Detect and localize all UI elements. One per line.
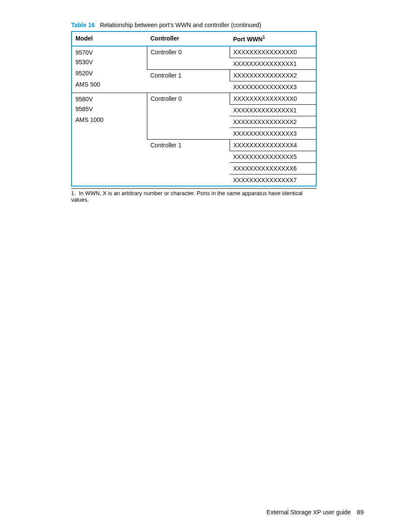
controller-cell: Controller 1 bbox=[147, 69, 230, 93]
col-port-wwn: Port WWN1 bbox=[230, 31, 316, 46]
wwn-cell: XXXXXXXXXXXXXXX3 bbox=[230, 81, 316, 93]
wwn-table: Model Controller Port WWN1 9570V9530V952… bbox=[71, 31, 317, 187]
footnote-num: 1. bbox=[71, 190, 79, 196]
wwn-cell: XXXXXXXXXXXXXXX6 bbox=[230, 162, 316, 174]
controller-cell: Controller 0 bbox=[147, 46, 230, 70]
model-value: 9520V bbox=[75, 68, 143, 79]
controller-cell: Controller 0 bbox=[147, 93, 230, 139]
wwn-cell: XXXXXXXXXXXXXXX5 bbox=[230, 151, 316, 162]
table-title: Relationship between port's WWN and cont… bbox=[100, 22, 262, 28]
footnote: 1.In WWN, X is an arbitrary number or ch… bbox=[71, 188, 317, 203]
table-row: 9570V9530V9520VAMS 500Controller 0XXXXXX… bbox=[72, 46, 316, 58]
wwn-cell: XXXXXXXXXXXXXXX7 bbox=[230, 174, 316, 186]
wwn-cell: XXXXXXXXXXXXXXX0 bbox=[230, 93, 316, 104]
model-value: 9570V bbox=[75, 49, 143, 57]
footer-title: External Storage XP user guide bbox=[267, 509, 351, 516]
wwn-cell: XXXXXXXXXXXXXXX1 bbox=[230, 104, 316, 116]
model-value: 9530V bbox=[75, 57, 143, 68]
table-row: 9580V9585VAMS 1000Controller 0XXXXXXXXXX… bbox=[72, 93, 316, 104]
model-value: 9580V bbox=[75, 95, 143, 104]
footnote-text: In WWN, X is an arbitrary number or char… bbox=[71, 190, 303, 203]
col-model: Model bbox=[72, 31, 147, 46]
model-value: 9585V bbox=[75, 104, 143, 115]
model-cell: 9580V9585VAMS 1000 bbox=[72, 93, 147, 186]
table-number: Table 16 bbox=[71, 22, 95, 28]
wwn-cell: XXXXXXXXXXXXXXX3 bbox=[230, 128, 316, 139]
model-value: AMS 1000 bbox=[75, 115, 143, 126]
wwn-cell: XXXXXXXXXXXXXXX4 bbox=[230, 139, 316, 151]
model-cell: 9570V9530V9520VAMS 500 bbox=[72, 46, 147, 93]
wwn-cell: XXXXXXXXXXXXXXX0 bbox=[230, 46, 316, 58]
col-port-wwn-text: Port WWN bbox=[233, 36, 262, 43]
wwn-cell: XXXXXXXXXXXXXXX1 bbox=[230, 58, 316, 69]
col-port-wwn-sup: 1 bbox=[262, 35, 265, 40]
page-number: 89 bbox=[357, 509, 364, 516]
col-controller: Controller bbox=[147, 31, 230, 46]
table-header-row: Model Controller Port WWN1 bbox=[72, 31, 316, 46]
page: Table 16 Relationship between port's WWN… bbox=[0, 0, 411, 532]
wwn-cell: XXXXXXXXXXXXXXX2 bbox=[230, 116, 316, 128]
controller-cell: Controller 1 bbox=[147, 139, 230, 186]
model-value: AMS 500 bbox=[75, 79, 143, 90]
table-caption: Table 16 Relationship between port's WWN… bbox=[71, 22, 364, 28]
wwn-cell: XXXXXXXXXXXXXXX2 bbox=[230, 69, 316, 81]
page-footer: External Storage XP user guide89 bbox=[267, 509, 364, 516]
